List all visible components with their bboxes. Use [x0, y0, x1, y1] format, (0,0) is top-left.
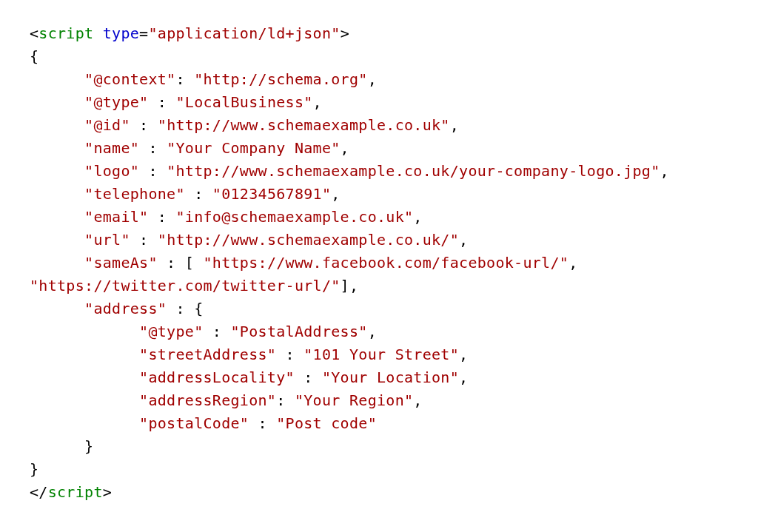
val-email: "info@schemaexample.co.uk" [175, 208, 413, 226]
indent [30, 254, 84, 272]
attr-type-value: "application/ld+json" [148, 24, 340, 42]
comma: , [313, 93, 322, 111]
comma: , [413, 391, 422, 409]
colon: : [276, 346, 295, 363]
comma: , [368, 70, 377, 88]
indent [30, 116, 84, 134]
key-context: "@context" [84, 70, 175, 88]
colon: : [249, 414, 267, 432]
val-type: "LocalBusiness" [175, 93, 312, 111]
indent [30, 70, 84, 88]
brace-close: } [84, 437, 93, 455]
indent [30, 162, 84, 180]
val-region: "Your Region" [295, 391, 413, 409]
key-type: "@type" [84, 93, 148, 111]
indent [30, 368, 139, 386]
indent [30, 139, 84, 157]
comma: , [331, 185, 340, 203]
val-addr-type: "PostalAddress" [231, 323, 368, 340]
comma: , [341, 139, 349, 157]
colon: : [130, 231, 149, 249]
array-close: ] [341, 277, 349, 294]
colon: : [130, 116, 149, 134]
key-address: "address" [84, 300, 167, 317]
key-name: "name" [84, 139, 139, 157]
val-locality: "Your Location" [322, 368, 459, 386]
val-name: "Your Company Name" [167, 139, 340, 157]
val-telephone: "01234567891" [212, 185, 331, 203]
equals: = [139, 24, 148, 42]
key-id: "@id" [84, 116, 130, 134]
angle-close: > [341, 24, 349, 42]
indent [30, 437, 84, 455]
tag-open: script [38, 24, 93, 42]
colon: : [139, 162, 158, 180]
val-sameas2: "https://twitter.com/twitter-url/" [30, 277, 341, 294]
val-street: "101 Your Street" [303, 346, 459, 363]
colon: : [203, 323, 221, 340]
val-id: "http://www.schemaexample.co.uk" [158, 116, 450, 134]
indent [30, 414, 139, 432]
key-url: "url" [84, 231, 130, 249]
colon: : [175, 70, 184, 88]
val-context: "http://schema.org" [194, 70, 367, 88]
indent [30, 300, 84, 317]
comma: , [459, 346, 468, 363]
key-locality: "addressLocality" [139, 368, 295, 386]
code-block: <script type="application/ld+json"> { "@… [30, 22, 728, 504]
comma: , [450, 116, 459, 134]
colon: : [295, 368, 313, 386]
brace-open: { [194, 300, 203, 317]
comma: , [368, 323, 377, 340]
colon: : [139, 139, 158, 157]
indent [30, 185, 84, 203]
comma: , [459, 368, 468, 386]
key-telephone: "telephone" [84, 185, 185, 203]
colon: : [158, 254, 176, 272]
key-postal: "postalCode" [139, 414, 249, 432]
key-sameas: "sameAs" [84, 254, 158, 272]
colon: : [148, 93, 167, 111]
colon: : [185, 185, 204, 203]
indent [30, 93, 84, 111]
comma: , [568, 254, 577, 272]
colon: : [148, 208, 167, 226]
indent [30, 323, 139, 340]
brace-close: } [30, 460, 38, 478]
comma: , [660, 162, 669, 180]
indent [30, 231, 84, 249]
val-postal: "Post code" [276, 414, 377, 432]
indent [30, 391, 139, 409]
comma: , [349, 277, 358, 294]
angle-open: < [30, 483, 38, 501]
angle-close: > [103, 483, 112, 501]
val-logo: "http://www.schemaexample.co.uk/your-com… [167, 162, 660, 180]
colon: : [167, 300, 185, 317]
val-url: "http://www.schemaexample.co.uk/" [158, 231, 459, 249]
brace-open: { [30, 47, 38, 65]
slash: / [38, 483, 47, 501]
colon: : [276, 391, 285, 409]
attr-type: type [103, 24, 139, 42]
indent [30, 346, 139, 363]
array-open: [ [185, 254, 204, 272]
key-addr-type: "@type" [139, 323, 203, 340]
key-region: "addressRegion" [139, 391, 276, 409]
key-email: "email" [84, 208, 148, 226]
comma: , [413, 208, 422, 226]
comma: , [459, 231, 468, 249]
key-street: "streetAddress" [139, 346, 276, 363]
key-logo: "logo" [84, 162, 139, 180]
val-sameas1: "https://www.facebook.com/facebook-url/" [204, 254, 569, 272]
tag-close: script [48, 483, 103, 501]
indent [30, 208, 84, 226]
angle-open: < [30, 24, 38, 42]
